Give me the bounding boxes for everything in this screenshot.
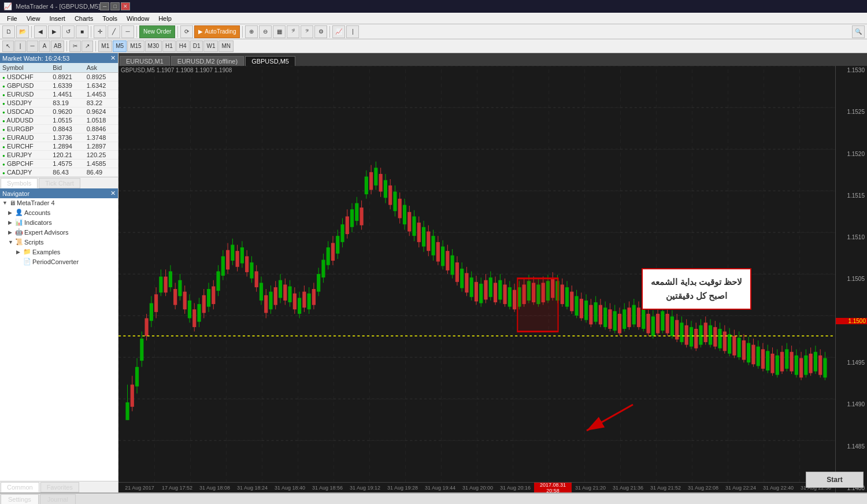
period-m30[interactable]: M30 xyxy=(145,40,162,52)
tab-settings[interactable]: Settings xyxy=(1,494,39,504)
toolbar-fwd[interactable]: ▶ xyxy=(48,25,61,38)
tree-indicators[interactable]: ▶📊 Indicators xyxy=(0,217,118,227)
new-order-button[interactable]: New Order xyxy=(139,25,175,38)
sep4 xyxy=(177,26,178,38)
expand-icon-scripts: ▼ xyxy=(8,239,14,245)
toolbar-arrow[interactable]: ↗ xyxy=(81,40,93,52)
minimize-button[interactable]: ─ xyxy=(100,2,109,10)
period-mn[interactable]: MN xyxy=(218,40,234,52)
period-m15[interactable]: M15 xyxy=(127,40,144,52)
tree-icon-mt4: 🖥 xyxy=(9,199,16,206)
toolbar-chart-type[interactable]: ▦ xyxy=(273,25,286,38)
period-m5[interactable]: M5 xyxy=(113,40,127,52)
svg-rect-204 xyxy=(584,301,588,320)
table-row[interactable]: ● USDJPY83.1983.22 xyxy=(0,99,118,108)
toolbar-bar2[interactable]: 𝄢 xyxy=(301,25,313,38)
toolbar-hline[interactable]: ─ xyxy=(121,25,134,38)
col-symbol: Symbol xyxy=(0,63,50,73)
toolbar-indicators[interactable]: 📈 xyxy=(332,25,345,38)
menu-charts[interactable]: Charts xyxy=(70,15,98,22)
toolbar-line-tool[interactable]: | xyxy=(14,40,26,52)
mw-title: Market Watch: 16:24:53 xyxy=(2,55,69,62)
chart-canvas[interactable]: GBPUSD,M5 1.1907 1.1908 1.1907 1.1908 xyxy=(118,66,867,492)
tree-expert-advisors[interactable]: ▶🤖 Expert Advisors xyxy=(0,227,118,237)
auto-trading-button[interactable]: ▶ AutoTrading xyxy=(194,25,240,38)
period-d1[interactable]: D1 xyxy=(190,40,203,52)
mw-close[interactable]: ✕ xyxy=(110,54,116,62)
toolbar-scissors[interactable]: ✂ xyxy=(69,40,81,52)
period-h1[interactable]: H1 xyxy=(162,40,176,52)
nav-tab-favorites[interactable]: Favorites xyxy=(40,482,79,492)
menu-insert[interactable]: Insert xyxy=(45,15,70,22)
table-row[interactable]: ● EURJPY120.21120.25 xyxy=(0,151,118,160)
toolbar-zoom-in[interactable]: ⊕ xyxy=(245,25,258,38)
tab-symbols[interactable]: Symbols xyxy=(1,178,38,188)
menu-file[interactable]: File xyxy=(2,15,22,22)
toolbar-bar1[interactable]: 𝄣 xyxy=(287,25,299,38)
toolbar-zoom-out[interactable]: ⊖ xyxy=(259,25,272,38)
market-watch: Market Watch: 16:24:53 ✕ Symbol Bid Ask … xyxy=(0,53,118,188)
period-h4[interactable]: H4 xyxy=(176,40,190,52)
tab-journal[interactable]: Journal xyxy=(40,494,76,504)
table-row[interactable]: ● USDCHF0.89210.8925 xyxy=(0,73,118,81)
tab-tick-chart[interactable]: Tick Chart xyxy=(39,178,80,188)
tree-period-converter[interactable]: 📄 PeriodConverter xyxy=(0,257,118,266)
svg-rect-104 xyxy=(346,216,349,234)
toolbar-back[interactable]: ◀ xyxy=(34,25,47,38)
ask-cell: 0.8925 xyxy=(84,73,118,81)
time-16: 31 Aug 22:08 xyxy=(684,485,722,491)
start-button[interactable]: Start xyxy=(806,472,864,488)
close-button[interactable]: ✕ xyxy=(121,2,130,10)
tree-accounts[interactable]: ▶👤 Accounts xyxy=(0,207,118,217)
restore-button[interactable]: □ xyxy=(110,2,120,10)
time-9: 31 Aug 19:44 xyxy=(421,485,459,491)
toolbar-refresh[interactable]: ↺ xyxy=(62,25,75,38)
menu-view[interactable]: View xyxy=(22,15,45,22)
table-row[interactable]: ● EURCHF1.28941.2897 xyxy=(0,142,118,151)
toolbar-settings[interactable]: ⚙ xyxy=(314,25,327,38)
tree-scripts[interactable]: ▼📜 Scripts xyxy=(0,237,118,247)
chart-tab-eurusd-m1[interactable]: EURUSD,M1 xyxy=(120,56,170,66)
period-m1[interactable]: M1 xyxy=(98,40,112,52)
svg-rect-222 xyxy=(627,307,631,327)
bid-cell: 0.8843 xyxy=(50,125,84,134)
price-1495: 1.1495 xyxy=(836,360,867,366)
table-row[interactable]: ● EURUSD1.44511.4453 xyxy=(0,90,118,99)
table-row[interactable]: ● EURGBP0.88430.8846 xyxy=(0,125,118,134)
chart-tab-eurusd-m2[interactable]: EURUSD,M2 (offline) xyxy=(171,56,244,66)
main-layout: Market Watch: 16:24:53 ✕ Symbol Bid Ask … xyxy=(0,53,867,492)
indicators-label: Indicators xyxy=(24,219,52,226)
table-row[interactable]: ● GBPCHF1.45751.4585 xyxy=(0,160,118,168)
tree-metatrader4[interactable]: ▼🖥 MetaTrader 4 xyxy=(0,198,118,207)
examples-label: Examples xyxy=(32,249,60,255)
svg-rect-136 xyxy=(422,227,425,247)
toolbar-crosshair[interactable]: ✛ xyxy=(94,25,106,38)
toolbar-abc[interactable]: AB xyxy=(51,40,64,52)
toolbar-text[interactable]: A xyxy=(39,40,50,52)
svg-rect-122 xyxy=(388,186,392,205)
menu-help[interactable]: Help xyxy=(154,15,176,22)
table-row[interactable]: ● USDCAD0.96200.9624 xyxy=(0,108,118,116)
table-row[interactable]: ● AUDUSD1.05151.0518 xyxy=(0,116,118,125)
table-row[interactable]: ● GBPUSD1.63391.6342 xyxy=(0,81,118,90)
toolbar-new[interactable]: 🗋 xyxy=(2,25,15,38)
nav-close[interactable]: ✕ xyxy=(110,190,116,197)
toolbar-at[interactable]: ⟳ xyxy=(180,25,193,38)
toolbar-period-sep[interactable]: | xyxy=(346,25,359,38)
menu-tools[interactable]: Tools xyxy=(98,15,122,22)
toolbar-search[interactable]: 🔍 xyxy=(852,25,865,38)
table-row[interactable]: ● CADJPY86.4386.49 xyxy=(0,168,118,177)
nav-tab-common[interactable]: Common xyxy=(1,482,39,492)
toolbar-cursor[interactable]: ↖ xyxy=(2,40,14,52)
table-row[interactable]: ● EURAUD1.37361.3748 xyxy=(0,134,118,142)
toolbar-open[interactable]: 📂 xyxy=(16,25,29,38)
toolbar-line[interactable]: ╱ xyxy=(108,25,120,38)
tree-examples[interactable]: ▶📁 Examples xyxy=(0,247,118,257)
toolbar-hline-tool[interactable]: ─ xyxy=(27,40,38,52)
sep5 xyxy=(242,26,243,38)
menu-window[interactable]: Window xyxy=(122,15,154,22)
period-w1[interactable]: W1 xyxy=(203,40,218,52)
chart-tab-gbpusd-m5[interactable]: GBPUSD,M5 xyxy=(245,56,295,66)
bid-cell: 120.21 xyxy=(50,151,84,160)
toolbar-stop[interactable]: ■ xyxy=(76,25,88,38)
